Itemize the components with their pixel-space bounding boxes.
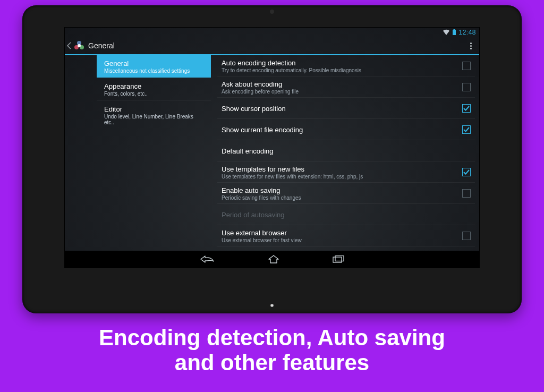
sidebar-item-editor[interactable]: Editor Undo level, Line Number, Line Bre… xyxy=(97,101,211,129)
setting-title: Default encoding xyxy=(222,147,471,155)
checkbox[interactable] xyxy=(462,168,471,176)
sidebar-item-label: Editor xyxy=(104,105,203,113)
android-navbar xyxy=(65,251,479,268)
setting-text: Default encoding xyxy=(222,147,471,155)
svg-rect-1 xyxy=(454,29,455,30)
content-area: General Miscellaneous not classified set… xyxy=(65,55,479,268)
setting-title: Auto encoding detection xyxy=(222,59,462,67)
checkbox[interactable] xyxy=(462,232,471,240)
setting-row[interactable]: Ask about encodingAsk encoding before op… xyxy=(217,76,475,98)
settings-list[interactable]: Auto encoding detectionTry to detect enc… xyxy=(211,55,479,268)
setting-row[interactable]: Use external browserUse external browser… xyxy=(217,225,475,246)
status-time: 12:48 xyxy=(458,29,476,36)
status-bar: 12:48 xyxy=(65,28,479,37)
back-button[interactable] xyxy=(67,37,72,54)
setting-title: Use external browser xyxy=(222,229,462,237)
setting-title: Period of autosaving xyxy=(222,211,471,219)
setting-text: Ask about encodingAsk encoding before op… xyxy=(222,80,462,95)
caption-line1: Encoding detection, Auto saving xyxy=(99,325,445,350)
setting-subtitle: Use templates for new files with extensi… xyxy=(222,174,462,180)
svg-rect-7 xyxy=(335,256,344,261)
battery-icon xyxy=(452,29,456,36)
sidebar-item-general[interactable]: General Miscellaneous not classified set… xyxy=(97,55,211,78)
svg-rect-6 xyxy=(333,257,342,262)
left-gutter xyxy=(65,55,97,268)
setting-subtitle: Periodic saving files with changes xyxy=(222,195,462,201)
nav-recents-button[interactable] xyxy=(333,255,344,263)
setting-text: Show cursor position xyxy=(222,105,462,113)
tablet-camera xyxy=(270,10,274,14)
action-bar: General xyxy=(65,37,479,55)
setting-row[interactable]: Enable auto savingPeriodic saving files … xyxy=(217,183,475,204)
sidebar-item-sublabel: Miscellaneous not classified settings xyxy=(104,68,203,74)
nav-home-button[interactable] xyxy=(268,255,279,263)
tablet-home-indicator xyxy=(270,304,274,307)
setting-row[interactable]: Auto encoding detectionTry to detect enc… xyxy=(217,55,475,76)
setting-title: Ask about encoding xyxy=(222,80,462,88)
checkbox[interactable] xyxy=(462,62,471,70)
setting-subtitle: Use external browser for fast view xyxy=(222,237,462,243)
setting-row[interactable]: Default encoding xyxy=(217,140,475,161)
checkbox[interactable] xyxy=(462,83,471,91)
checkbox[interactable] xyxy=(462,125,471,134)
page-title: General xyxy=(88,41,115,50)
tablet-frame: 12:48 General xyxy=(22,5,522,313)
setting-title: Enable auto saving xyxy=(222,186,462,194)
setting-text: Use external browserUse external browser… xyxy=(222,229,462,243)
setting-title: Show current file encoding xyxy=(222,126,462,134)
checkbox[interactable] xyxy=(462,104,471,113)
setting-subtitle: Try to detect encoding automatically. Po… xyxy=(222,67,462,73)
checkbox[interactable] xyxy=(462,189,471,198)
setting-text: Use templates for new filesUse templates… xyxy=(222,165,462,180)
overflow-menu-button[interactable] xyxy=(465,42,477,49)
promo-caption: Encoding detection, Auto saving and othe… xyxy=(88,325,456,375)
app-icon[interactable] xyxy=(73,40,85,52)
sidebar-item-sublabel: Undo level, Line Number, Line Breaks etc… xyxy=(104,114,203,125)
setting-title: Use templates for new files xyxy=(222,165,462,173)
setting-title: Show cursor position xyxy=(222,105,462,113)
settings-sidebar: General Miscellaneous not classified set… xyxy=(97,55,211,268)
setting-text: Period of autosaving xyxy=(222,211,471,219)
svg-point-5 xyxy=(78,44,81,47)
sidebar-item-label: Appearance xyxy=(104,82,203,90)
screen: 12:48 General xyxy=(65,28,479,268)
setting-row: Period of autosaving xyxy=(217,204,475,225)
setting-row[interactable]: Show cursor position xyxy=(217,98,475,119)
setting-row[interactable]: Use templates for new filesUse templates… xyxy=(217,161,475,183)
sidebar-item-label: General xyxy=(104,59,203,67)
caption-line2: and other features xyxy=(175,350,369,375)
setting-subtitle: Ask encoding before opening file xyxy=(222,89,462,95)
sidebar-item-appearance[interactable]: Appearance Fonts, colors, etc.. xyxy=(97,78,211,100)
sidebar-item-sublabel: Fonts, colors, etc.. xyxy=(104,91,203,97)
nav-back-button[interactable] xyxy=(200,255,215,263)
svg-rect-0 xyxy=(453,30,456,35)
wifi-icon xyxy=(443,29,450,36)
setting-text: Auto encoding detectionTry to detect enc… xyxy=(222,59,462,73)
setting-text: Show current file encoding xyxy=(222,126,462,134)
setting-row[interactable]: Show current file encoding xyxy=(217,119,475,140)
setting-text: Enable auto savingPeriodic saving files … xyxy=(222,186,462,201)
